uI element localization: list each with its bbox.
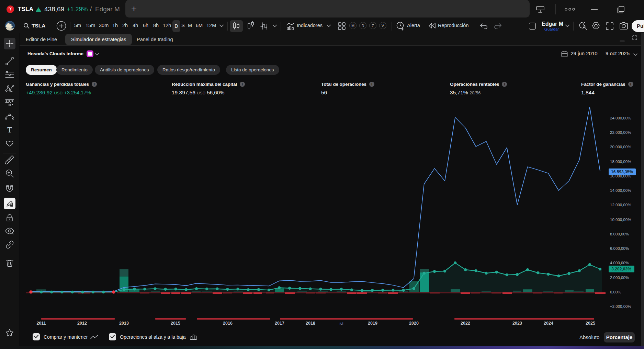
svg-text:0,00%: 0,00% <box>610 290 621 294</box>
svg-text:16.593,35%: 16.593,35% <box>611 170 633 174</box>
svg-text:2019: 2019 <box>368 321 377 326</box>
svg-text:3.202,03%: 3.202,03% <box>611 267 631 271</box>
svg-text:2015: 2015 <box>171 321 180 326</box>
svg-text:18.000,00%: 18.000,00% <box>610 160 631 164</box>
svg-text:2020: 2020 <box>409 321 419 326</box>
svg-text:2024: 2024 <box>544 321 553 326</box>
svg-text:2023: 2023 <box>512 321 522 326</box>
svg-text:2018: 2018 <box>306 321 315 326</box>
svg-text:20.000,00%: 20.000,00% <box>610 145 631 149</box>
svg-text:12.000,00%: 12.000,00% <box>610 203 631 207</box>
svg-text:24.000,00%: 24.000,00% <box>610 116 631 120</box>
svg-text:10.000,00%: 10.000,00% <box>610 218 631 222</box>
svg-text:2012: 2012 <box>77 321 87 326</box>
svg-text:−2.000,00%: −2.000,00% <box>610 304 631 309</box>
svg-text:2016: 2016 <box>223 321 233 326</box>
svg-text:2025: 2025 <box>586 321 595 326</box>
svg-text:4.000,00%: 4.000,00% <box>610 261 629 265</box>
svg-text:14.000,00%: 14.000,00% <box>610 188 631 193</box>
svg-text:jul: jul <box>339 321 343 325</box>
svg-text:2.000,00%: 2.000,00% <box>610 276 629 280</box>
svg-text:22.000,00%: 22.000,00% <box>610 130 631 135</box>
svg-text:2017: 2017 <box>275 321 284 326</box>
svg-text:2013: 2013 <box>119 321 129 326</box>
svg-text:2011: 2011 <box>36 321 46 326</box>
svg-text:8.000,00%: 8.000,00% <box>610 232 629 236</box>
svg-text:6.000,00%: 6.000,00% <box>610 246 629 251</box>
svg-text:2022: 2022 <box>461 321 470 326</box>
